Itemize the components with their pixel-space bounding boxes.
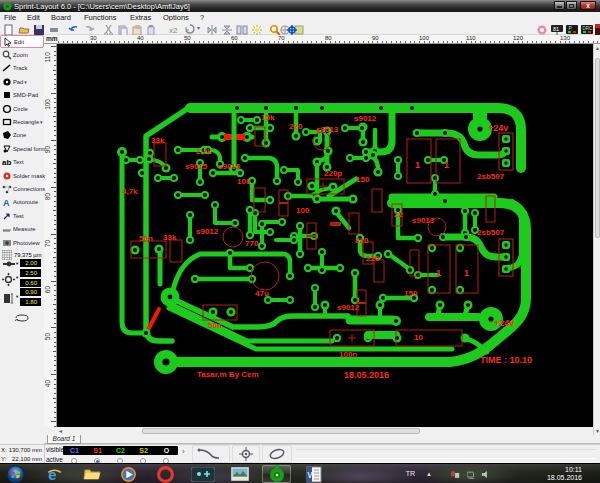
svg-text:47u: 47u bbox=[255, 289, 269, 298]
svg-text:100: 100 bbox=[296, 206, 310, 215]
svg-text:4,7k: 4,7k bbox=[122, 187, 138, 196]
svg-text:50: 50 bbox=[44, 333, 51, 341]
svg-text:81: 81 bbox=[553, 26, 559, 32]
svg-text:TIME : 10.10: TIME : 10.10 bbox=[480, 355, 532, 365]
svg-text:60: 60 bbox=[44, 286, 51, 294]
svg-text:100: 100 bbox=[44, 99, 51, 110]
svg-text:33k: 33k bbox=[151, 136, 165, 145]
svg-text:18.05.2016: 18.05.2016 bbox=[344, 370, 389, 380]
svg-text:50n: 50n bbox=[208, 321, 222, 330]
svg-text:1: 1 bbox=[444, 160, 449, 170]
svg-text:50n: 50n bbox=[139, 234, 153, 243]
svg-text:10: 10 bbox=[414, 333, 423, 342]
svg-text:2,2k: 2,2k bbox=[196, 147, 212, 156]
svg-text:s9013: s9013 bbox=[412, 216, 435, 225]
svg-text:A: A bbox=[3, 198, 10, 208]
svg-text:s9013: s9013 bbox=[316, 125, 339, 134]
svg-text:15k: 15k bbox=[261, 113, 275, 122]
svg-text:220p: 220p bbox=[324, 169, 342, 178]
svg-text:1: 1 bbox=[415, 160, 420, 170]
svg-text:2sb507: 2sb507 bbox=[477, 228, 505, 237]
svg-text:70: 70 bbox=[44, 240, 51, 248]
svg-text:s9015: s9015 bbox=[218, 162, 241, 171]
svg-text:1: 1 bbox=[436, 268, 441, 278]
svg-text:220: 220 bbox=[366, 254, 380, 263]
svg-text:s9012: s9012 bbox=[354, 114, 377, 123]
svg-text:x2: x2 bbox=[169, 26, 178, 35]
svg-text:s9015: s9015 bbox=[185, 162, 208, 171]
svg-text:1: 1 bbox=[464, 268, 469, 278]
svg-text:2sb507: 2sb507 bbox=[477, 172, 505, 181]
svg-text:770: 770 bbox=[245, 239, 259, 248]
svg-text:150: 150 bbox=[356, 175, 370, 184]
svg-text:40: 40 bbox=[44, 380, 51, 388]
svg-text:33k: 33k bbox=[163, 233, 177, 242]
svg-text:ab: ab bbox=[2, 158, 11, 167]
svg-text:820: 820 bbox=[355, 236, 369, 245]
svg-text:+24v: +24v bbox=[488, 123, 508, 133]
svg-text:100: 100 bbox=[237, 177, 251, 186]
svg-text:Tasar.m By Cem: Tasar.m By Cem bbox=[197, 370, 259, 379]
svg-text:22: 22 bbox=[394, 210, 403, 219]
svg-text:110: 110 bbox=[44, 52, 51, 63]
svg-text:s9012: s9012 bbox=[337, 303, 360, 312]
svg-text:e: e bbox=[48, 466, 56, 482]
svg-text:s9012: s9012 bbox=[196, 227, 219, 236]
svg-text:100n: 100n bbox=[339, 350, 357, 359]
svg-text:DRC: DRC bbox=[583, 26, 593, 31]
svg-text:220: 220 bbox=[289, 122, 303, 131]
svg-text:+24v: +24v bbox=[494, 318, 514, 328]
svg-text:80: 80 bbox=[44, 193, 51, 201]
svg-text:150: 150 bbox=[404, 289, 418, 298]
